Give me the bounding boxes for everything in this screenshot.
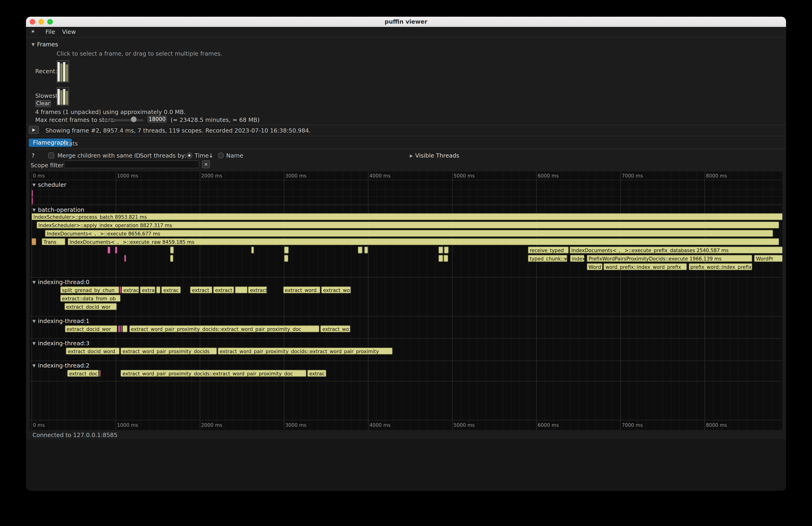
scope-bar[interactable] [156, 287, 160, 293]
scope-bar[interactable]: typed_chunk::w [528, 255, 567, 262]
scope-bar[interactable] [251, 247, 254, 253]
scope-bar[interactable]: word_prefix::index_word_prefix [604, 263, 687, 270]
sort-time-radio[interactable] [186, 152, 192, 159]
timeline-tick: 2000 ms [201, 422, 222, 428]
help-button[interactable]: ? [31, 152, 34, 159]
frame-bar[interactable] [60, 90, 62, 105]
frames-summary: 4 frames (1 unpacked) using approximatel… [35, 108, 186, 115]
max-frames-value[interactable]: 18000 [147, 115, 167, 123]
scope-bar[interactable]: index [570, 255, 585, 262]
titlebar[interactable]: puffin viewer [26, 17, 786, 27]
scope-bar[interactable]: WordPr [754, 255, 782, 262]
scope-bar[interactable]: receive_typed_ [528, 247, 569, 253]
thread-header-indexing-thread:0[interactable]: ▼indexing-thread:0 [32, 279, 89, 286]
play-button[interactable]: ▶ [29, 126, 39, 134]
thread-header-indexing-thread:1[interactable]: ▼indexing-thread:1 [32, 318, 89, 324]
scope-bar[interactable]: Trans [42, 238, 66, 245]
visible-threads-toggle[interactable]: ▶Visible Threads [410, 152, 459, 159]
scope-bar[interactable]: extrac [307, 370, 327, 377]
sort-direction-icon[interactable]: ↓ [208, 152, 214, 159]
clear-button[interactable]: Clear [35, 100, 51, 107]
scope-bar[interactable] [358, 247, 362, 253]
frame-bar[interactable] [66, 91, 68, 105]
sort-name-radio[interactable] [218, 152, 224, 159]
scope-bar[interactable] [284, 247, 289, 253]
scope-bar[interactable]: extract_docid_wor [65, 325, 117, 332]
timeline-tick: 3000 ms [285, 422, 307, 428]
frame-bar[interactable] [57, 62, 60, 82]
max-frames-slider-track[interactable] [103, 119, 144, 121]
scope-bar[interactable] [439, 247, 443, 253]
scope-bar[interactable]: extract_word [283, 287, 320, 293]
frame-bar[interactable] [63, 89, 66, 105]
scope-bar[interactable]: IndexDocuments<_, _>::execute_raw 8459.1… [68, 238, 779, 245]
scope-bar[interactable]: extract [248, 287, 267, 293]
scope-bar[interactable] [119, 287, 121, 293]
scope-bar[interactable]: extract_word_pair_proximity_docids::extr… [121, 370, 307, 377]
scope-bar[interactable] [31, 238, 36, 245]
scope-bar[interactable] [444, 255, 448, 262]
scope-bar[interactable] [170, 247, 174, 253]
scope-bar[interactable]: IndexScheduler>::apply_index_operation 8… [37, 221, 779, 229]
scope-bar[interactable] [118, 325, 120, 332]
scope-bar[interactable]: extract_word_pair_proximity_docids [121, 348, 217, 354]
scope-bar[interactable]: extract_docid_word [66, 348, 119, 354]
scope-bar[interactable]: IndexScheduler>::process_batch 8953.821 … [31, 213, 782, 220]
flamegraph-canvas[interactable]: 0 ms0 ms1000 ms1000 ms2000 ms2000 ms3000… [30, 172, 782, 430]
frame-bar[interactable] [60, 63, 62, 82]
scope-bar[interactable]: extract_ [213, 287, 234, 293]
thread-header-indexing-thread:2[interactable]: ▼indexing-thread:2 [32, 362, 89, 369]
scope-bar[interactable] [124, 255, 126, 262]
scope-bar[interactable] [115, 247, 117, 253]
scope-bar[interactable]: extract [121, 287, 139, 293]
scope-bar[interactable]: extrac [161, 287, 181, 293]
menu-item-view[interactable]: View [62, 27, 76, 37]
timeline-tick: 7000 ms [622, 422, 643, 428]
merge-children-checkbox[interactable] [48, 152, 54, 159]
scope-bar[interactable]: extract::data_from_ob [60, 295, 120, 302]
scope-bar[interactable] [364, 247, 368, 253]
max-frames-slider-knob[interactable] [131, 116, 137, 122]
thread-header-indexing-thread:3[interactable]: ▼indexing-thread:3 [32, 340, 89, 347]
scope-bar[interactable]: extract_ [190, 287, 212, 293]
thread-header-scheduler[interactable]: ▼scheduler [32, 182, 66, 188]
scope-bar[interactable]: extract_wo [321, 287, 351, 293]
slowest-frames-thumbnail[interactable] [57, 87, 69, 106]
scope-filter-clear-button[interactable]: × [202, 160, 210, 168]
scope-bar[interactable] [31, 190, 33, 197]
scope-bar[interactable]: extract_doc [67, 370, 99, 377]
tab-stats[interactable]: Stats [63, 140, 78, 147]
scope-bar[interactable] [108, 247, 110, 253]
recent-frames-thumbnail[interactable] [57, 60, 69, 83]
scope-bar[interactable] [122, 325, 128, 332]
theme-icon[interactable]: ☀ [31, 27, 35, 37]
menu-item-file[interactable]: File [45, 27, 55, 37]
scope-bar[interactable]: extract_docid_wor [64, 303, 117, 310]
scope-bar[interactable]: prefix_word::index_prefix_wo [688, 263, 752, 270]
scope-bar[interactable]: extract_word_pair_proximity_docids::extr… [129, 325, 319, 332]
scope-bar[interactable] [170, 255, 173, 262]
scope-filter-input[interactable] [64, 160, 199, 168]
scope-bar[interactable]: extra [140, 287, 155, 293]
frame-bar[interactable] [66, 64, 68, 82]
scope-bar[interactable]: IndexDocuments<_, _>::execute_prefix_dat… [569, 247, 782, 253]
scope-bar[interactable]: PrefixWordPairsProximityDocids::execute … [587, 255, 752, 262]
scope-bar[interactable]: extract_word_pair_proximity_docids::extr… [218, 348, 392, 354]
thread-header-batch-operation[interactable]: ▼batch-operation [32, 207, 84, 213]
scope-bar[interactable] [284, 255, 288, 262]
frame-bar[interactable] [57, 89, 60, 105]
scope-bar[interactable] [439, 255, 443, 262]
scope-bar[interactable]: IndexDocuments<_, _>::execute 8656.677 m… [45, 230, 773, 237]
collapse-icon: ▼ [32, 208, 36, 212]
sort-threads-label: Sort threads by: [140, 152, 186, 159]
scope-bar[interactable]: extract_wo [320, 325, 350, 332]
scope-bar[interactable] [120, 325, 122, 332]
scope-bar[interactable]: Word [587, 263, 603, 270]
frames-section-header[interactable]: ▼Frames [31, 41, 58, 48]
scope-bar[interactable] [99, 370, 101, 377]
scope-bar[interactable] [31, 198, 33, 204]
frame-bar[interactable] [63, 62, 66, 82]
scope-bar[interactable] [444, 247, 449, 253]
scope-bar[interactable] [235, 287, 247, 293]
scope-bar[interactable]: split_grenad_by_chun [60, 287, 119, 293]
